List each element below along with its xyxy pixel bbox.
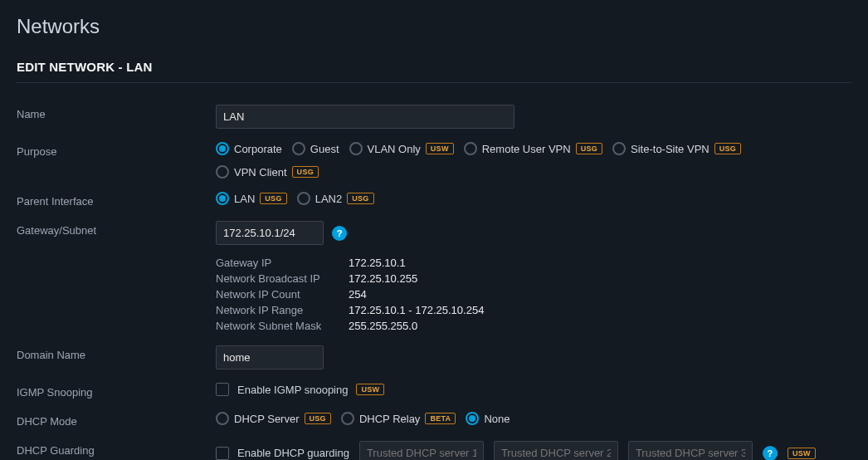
badge-usw: USW <box>426 143 454 154</box>
info-key: Gateway IP <box>216 257 349 269</box>
domain-name-input[interactable] <box>216 345 324 369</box>
trusted-dhcp-2-input[interactable] <box>494 441 618 460</box>
info-key: Network Broadcast IP <box>216 272 349 285</box>
row-parent-interface: Parent Interface LAN USG LAN2 USG <box>17 192 851 208</box>
row-domain-name: Domain Name <box>17 345 851 369</box>
badge-usg: USG <box>260 193 286 204</box>
gateway-info: Gateway IP 172.25.10.1 Network Broadcast… <box>216 257 484 332</box>
radio-label: DHCP Server <box>234 413 300 425</box>
purpose-corporate[interactable]: Corporate <box>216 142 282 155</box>
radio-label: LAN <box>234 193 255 205</box>
radio-label: LAN2 <box>315 193 343 205</box>
radio-icon <box>341 412 354 425</box>
radio-icon <box>216 165 229 179</box>
badge-usg: USG <box>714 143 741 154</box>
purpose-vlan-only[interactable]: VLAN Only USW <box>349 142 454 155</box>
radio-icon <box>349 142 363 155</box>
parent-lan[interactable]: LAN USG <box>216 192 287 205</box>
dhcp-relay[interactable]: DHCP Relay BETA <box>341 412 456 425</box>
trusted-dhcp-3-input[interactable] <box>628 441 753 460</box>
info-key: Network IP Range <box>216 304 349 316</box>
igmp-snooping-checkbox[interactable] <box>216 383 229 396</box>
dhcp-none[interactable]: None <box>466 412 510 425</box>
info-key: Network Subnet Mask <box>216 320 349 332</box>
radio-icon <box>464 142 477 155</box>
badge-usw: USW <box>356 384 384 395</box>
row-igmp-snooping: IGMP Snooping Enable IGMP snooping USW <box>17 383 851 399</box>
badge-usg: USG <box>292 166 319 178</box>
name-input[interactable] <box>216 105 514 129</box>
purpose-remote-vpn[interactable]: Remote User VPN USG <box>464 142 602 155</box>
info-key: Network IP Count <box>216 288 349 301</box>
info-val: 172.25.10.1 - 172.25.10.254 <box>349 304 484 316</box>
label-dhcp-guarding: DHCP Guarding <box>17 441 216 457</box>
label-domain-name: Domain Name <box>17 345 216 361</box>
row-dhcp-mode: DHCP Mode DHCP Server USG DHCP Relay BET… <box>17 412 851 428</box>
radio-label: Corporate <box>234 143 282 155</box>
radio-icon <box>216 142 229 155</box>
radio-label: Guest <box>310 143 339 155</box>
label-gateway-subnet: Gateway/Subnet <box>17 221 216 237</box>
radio-label: Site-to-Site VPN <box>631 143 710 155</box>
radio-label: VPN Client <box>234 166 287 179</box>
row-purpose: Purpose Corporate Guest VLAN Only USW Re… <box>17 142 851 179</box>
checkbox-label: Enable IGMP snooping <box>237 384 348 396</box>
parent-lan2[interactable]: LAN2 USG <box>297 192 374 205</box>
badge-beta: BETA <box>425 413 456 424</box>
label-name: Name <box>17 105 216 120</box>
badge-usg: USG <box>347 193 373 204</box>
purpose-vpn-client[interactable]: VPN Client USG <box>216 165 319 179</box>
row-gateway-subnet: Gateway/Subnet ? Gateway IP 172.25.10.1 … <box>17 221 851 332</box>
radio-label: None <box>484 413 510 425</box>
radio-icon <box>466 412 479 425</box>
dhcp-guarding-checkbox[interactable] <box>216 447 229 460</box>
row-name: Name <box>17 105 851 129</box>
radio-icon <box>297 192 310 205</box>
help-icon[interactable]: ? <box>763 446 778 461</box>
radio-label: VLAN Only <box>368 143 421 155</box>
trusted-dhcp-1-input[interactable] <box>359 441 484 460</box>
section-title: EDIT NETWORK - LAN <box>0 48 868 82</box>
checkbox-label: Enable DHCP guarding <box>237 447 349 459</box>
badge-usg: USG <box>305 413 331 424</box>
row-dhcp-guarding: DHCP Guarding Enable DHCP guarding ? USW <box>17 441 851 460</box>
radio-icon <box>292 142 305 155</box>
dhcp-server[interactable]: DHCP Server USG <box>216 412 331 425</box>
edit-network-form: Name Purpose Corporate Guest VLAN Only U… <box>0 83 868 460</box>
purpose-s2s-vpn[interactable]: Site-to-Site VPN USG <box>612 142 741 155</box>
label-purpose: Purpose <box>17 142 216 158</box>
radio-icon <box>612 142 626 155</box>
page-title: Networks <box>0 0 868 48</box>
radio-label: Remote User VPN <box>482 143 571 155</box>
purpose-guest[interactable]: Guest <box>292 142 339 155</box>
radio-icon <box>216 412 229 425</box>
badge-usw: USW <box>788 448 816 459</box>
info-val: 172.25.10.255 <box>349 272 484 285</box>
help-icon[interactable]: ? <box>332 226 347 241</box>
label-igmp-snooping: IGMP Snooping <box>17 383 216 399</box>
info-val: 254 <box>349 288 484 301</box>
info-val: 255.255.255.0 <box>349 320 484 332</box>
label-dhcp-mode: DHCP Mode <box>17 412 216 428</box>
gateway-subnet-input[interactable] <box>216 221 324 245</box>
badge-usg: USG <box>576 143 602 154</box>
label-parent-interface: Parent Interface <box>17 192 216 208</box>
radio-icon <box>216 192 229 205</box>
info-val: 172.25.10.1 <box>349 257 484 269</box>
radio-label: DHCP Relay <box>359 413 420 425</box>
